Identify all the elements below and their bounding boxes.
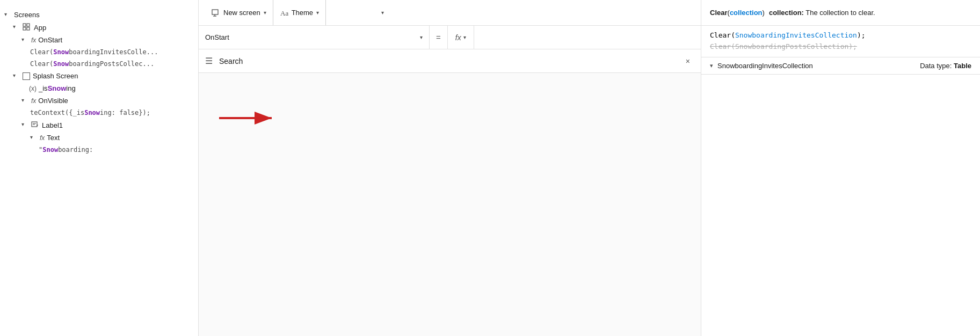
search-bar: ☰ ×: [199, 49, 701, 73]
autocomplete-header: Clear(collection) collection: The collec…: [701, 0, 980, 26]
tree-item-onvisible[interactable]: ▾ fx OnVisible: [0, 94, 198, 107]
splash-label: Splash Screen: [33, 72, 78, 80]
new-screen-label: New screen: [223, 9, 260, 17]
clear2-code: Clear(SnowboardingPostsCollec...: [30, 60, 154, 68]
label1-icon: [31, 121, 40, 129]
arrow-container: [214, 105, 278, 133]
clear1-code: Clear(SnowboardingInvitesColle...: [30, 48, 158, 56]
svg-rect-0: [23, 24, 26, 26]
autocomplete-desc: collection: The collection to clear.: [769, 9, 875, 17]
theme-chevron: ▾: [316, 10, 319, 16]
left-panel: ▾ Screens ▾ App ▾ fx OnStart Clear(Snowb…: [0, 0, 199, 336]
tree-item-splash[interactable]: ▾ Splash Screen: [0, 70, 198, 82]
new-screen-button[interactable]: New screen ▾: [205, 0, 273, 25]
fx-text: fx: [455, 33, 461, 42]
splash-screen-icon: [23, 72, 30, 80]
collection-name-1: SnowboardingInvitesCollection: [735, 31, 857, 39]
arrow-svg: [214, 105, 278, 132]
hamburger-icon[interactable]: ☰: [205, 56, 213, 66]
suggestion-name: SnowboardingInvitesCollection: [717, 62, 916, 70]
onstart-chevron: ▾: [21, 36, 29, 44]
tree-item-issnowing[interactable]: (x) _isSnowing: [0, 82, 198, 94]
theme-label: Theme: [292, 9, 313, 17]
formula-equals: =: [430, 26, 448, 49]
onvisible-fx-icon: fx: [31, 97, 36, 105]
autocomplete-suggestion[interactable]: ▾ SnowboardingInvitesCollection Data typ…: [701, 57, 980, 75]
app-label: App: [34, 24, 46, 32]
splash-chevron: ▾: [13, 72, 20, 80]
tree-item-onstart[interactable]: ▾ fx OnStart: [0, 34, 198, 46]
label1-label: Label1: [42, 121, 63, 129]
autocomplete-fn: Clear(collection): [710, 9, 765, 17]
svg-rect-2: [23, 27, 26, 30]
right-panel: Clear(collection) collection: The collec…: [701, 0, 980, 336]
onvisible-chevron: ▾: [21, 97, 29, 105]
snowboarding-code: "Snowboarding:: [39, 146, 93, 154]
screens-header[interactable]: ▾ Screens: [0, 9, 198, 21]
formula-bar: OnStart ▾ = fx ▾: [199, 26, 701, 49]
formula-fx-button[interactable]: fx ▾: [448, 26, 474, 49]
onstart-label: OnStart: [38, 36, 62, 44]
screens-chevron: ▾: [4, 11, 12, 19]
autocomplete-code: Clear(SnowboardingInvitesCollection); Cl…: [701, 26, 980, 57]
tree-item-snowboarding[interactable]: "Snowboarding:: [0, 144, 198, 156]
new-screen-chevron: ▾: [264, 10, 266, 16]
search-clear-button[interactable]: ×: [686, 57, 690, 65]
param-label: collection:: [769, 9, 804, 17]
text-chevron: ▾: [30, 134, 38, 142]
formula-selector[interactable]: OnStart ▾: [199, 26, 430, 49]
toolbar: New screen ▾ Aa Theme ▾ ▾: [199, 0, 701, 26]
tree-item-clear2[interactable]: Clear(SnowboardingPostsCollec...: [0, 58, 198, 70]
text-fx-icon: fx: [40, 134, 45, 142]
suggestion-type: Data type: Table: [920, 62, 971, 70]
text-label: Text: [47, 134, 60, 142]
theme-button[interactable]: Aa Theme ▾: [273, 0, 326, 25]
code-line-1: Clear(SnowboardingInvitesCollection);: [710, 30, 971, 41]
onstart-fx-icon: fx: [31, 36, 36, 44]
main-area: New screen ▾ Aa Theme ▾ ▾ OnStart ▾ = fx…: [199, 0, 701, 336]
theme-icon: Aa: [280, 9, 288, 17]
svg-text:Aa: Aa: [280, 9, 288, 17]
svg-rect-1: [27, 24, 30, 26]
tree-item-app[interactable]: ▾ App: [0, 21, 198, 34]
fx-chevron: ▾: [463, 34, 466, 40]
issnowing-label: _isSnowing: [39, 84, 76, 92]
new-screen-icon: [212, 9, 220, 17]
fn-name: Clear: [710, 9, 728, 17]
var-parens: (x): [29, 85, 37, 92]
fn-param: collection: [730, 9, 763, 17]
tree-item-text-prop[interactable]: ▾ fx Text: [0, 132, 198, 144]
tree-item-tecontext[interactable]: teContext({_isSnowing: false});: [0, 107, 198, 119]
code-line-2: Clear(SnowboardingPostsCollection);: [710, 41, 971, 53]
onvisible-label: OnVisible: [38, 97, 68, 105]
suggestion-datatype: Table: [954, 62, 971, 70]
tecontext-code: teContext({_isSnowing: false});: [30, 109, 150, 116]
app-icon: [23, 23, 31, 32]
search-input[interactable]: [219, 57, 407, 65]
tree-item-label1[interactable]: ▾ Label1: [0, 119, 198, 132]
app-chevron: ▾: [13, 24, 20, 31]
formula-selector-chevron: ▾: [420, 34, 423, 40]
search-input-container: ×: [219, 57, 694, 65]
formula-selector-text: OnStart: [205, 33, 416, 41]
label1-chevron: ▾: [21, 121, 29, 129]
svg-rect-3: [27, 27, 30, 30]
svg-rect-9: [212, 10, 218, 14]
suggestion-chevron: ▾: [710, 62, 713, 69]
screens-label: Screens: [14, 11, 40, 19]
tree-item-clear1[interactable]: Clear(SnowboardingInvitesColle...: [0, 46, 198, 58]
dropdown-chevron: ▾: [381, 10, 384, 16]
dropdown-button[interactable]: ▾: [326, 0, 390, 25]
